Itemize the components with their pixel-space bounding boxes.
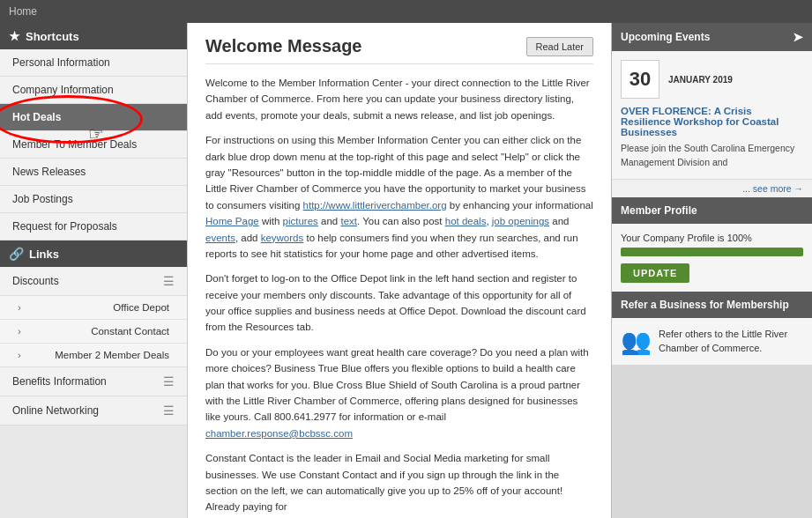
content-paragraph-3: Don't forget to log-on to the Office Dep… [205, 270, 593, 336]
shortcuts-header: ★ Shortcuts [0, 23, 187, 49]
sidebar-item-constant-contact[interactable]: Constant Contact [0, 320, 187, 344]
online-networking-label: Online Networking [12, 404, 99, 417]
member-to-member-label: Member To Member Deals [12, 138, 137, 151]
star-icon: ★ [9, 29, 20, 43]
content-paragraph-4: Do you or your employees want great heal… [205, 344, 593, 441]
content-paragraph-2: For instructions on using this Member In… [205, 132, 593, 262]
event-date-row: 30 JANUARY 2019 [621, 60, 803, 99]
sidebar-item-job-postings[interactable]: Job Postings [0, 186, 187, 213]
personal-information-label: Personal Information [12, 56, 110, 69]
content-paragraph-5: Constant Contact is the leader in Email … [205, 450, 593, 515]
sidebar-item-personal-information[interactable]: Personal Information [0, 49, 187, 77]
content-area: Welcome Message Read Later Welcome to th… [188, 23, 611, 518]
profile-label: Your Company Profile is 100% [621, 233, 803, 243]
sidebar-item-news-releases[interactable]: News Releases [0, 159, 187, 186]
hot-deals-label: Hot Deals [12, 111, 61, 123]
progress-bar-fill [621, 248, 803, 256]
sidebar-item-benefits-information[interactable]: Benefits Information ☰ [0, 367, 187, 396]
member-profile-card: Your Company Profile is 100% UPDATE [612, 224, 812, 292]
event-card: 30 JANUARY 2019 OVER FLORENCE: A Crisis … [612, 51, 812, 179]
hot-deals-wrapper: Hot Deals ☞ [0, 104, 187, 131]
keywords-link[interactable]: keywords [261, 233, 304, 243]
top-bar: Home [0, 0, 812, 23]
sidebar: ★ Shortcuts Personal Information Company… [0, 23, 188, 518]
upcoming-events-header: Upcoming Events ➤ [612, 23, 812, 51]
content-heading: Welcome Message Read Later [205, 36, 593, 64]
job-postings-label: Job Postings [12, 193, 73, 205]
sidebar-item-online-networking[interactable]: Online Networking ☰ [0, 396, 187, 426]
events-link[interactable]: events [205, 233, 235, 243]
sidebar-item-discounts[interactable]: Discounts ☰ [0, 267, 187, 296]
event-date-box: 30 [621, 60, 659, 99]
event-day: 30 [629, 68, 651, 91]
request-proposals-label: Request for Proposals [12, 220, 117, 233]
sidebar-item-hot-deals[interactable]: Hot Deals [0, 104, 187, 131]
sidebar-item-company-information[interactable]: Company Information [0, 77, 187, 104]
refer-business-label: Refer a Business for Membership [621, 299, 789, 311]
see-more-link[interactable]: ... see more → [612, 179, 812, 197]
progress-bar-background [621, 248, 803, 256]
welcome-heading-text: Welcome Message [205, 36, 362, 56]
discounts-label: Discounts [12, 275, 59, 287]
sidebar-item-member2member[interactable]: Member 2 Member Deals [0, 344, 187, 367]
refer-icon: 👥 [621, 327, 652, 356]
home-page-link[interactable]: Home Page [205, 216, 259, 226]
menu-icon-discounts: ☰ [163, 274, 175, 288]
event-title[interactable]: OVER FLORENCE: A Crisis Resilience Works… [621, 106, 803, 137]
links-label: Links [29, 248, 59, 261]
company-information-label: Company Information [12, 84, 114, 96]
benefits-information-label: Benefits Information [12, 375, 107, 388]
text-link[interactable]: text [340, 216, 357, 226]
share-icon[interactable]: ➤ [793, 30, 803, 44]
refer-business-header: Refer a Business for Membership [612, 292, 812, 318]
job-openings-link[interactable]: job openings [492, 216, 549, 226]
read-later-button[interactable]: Read Later [526, 37, 593, 56]
sidebar-item-office-depot[interactable]: Office Depot [0, 296, 187, 320]
event-month: JANUARY 2019 [668, 75, 733, 85]
pictures-link[interactable]: pictures [283, 216, 318, 226]
email-link[interactable]: chamber.response@bcbssc.com [205, 428, 353, 439]
link-icon: 🔗 [9, 247, 24, 261]
chamber-link[interactable]: http://www.littleriverchamber.org [303, 200, 447, 211]
links-header: 🔗 Links [0, 240, 187, 267]
office-depot-label: Office Depot [113, 302, 169, 313]
sidebar-item-member-to-member[interactable]: Member To Member Deals [0, 131, 187, 159]
member2member-label: Member 2 Member Deals [55, 350, 169, 360]
top-bar-title: Home [9, 5, 37, 18]
constant-contact-label: Constant Contact [91, 326, 169, 337]
member-profile-label: Member Profile [621, 204, 697, 217]
news-releases-label: News Releases [12, 166, 86, 178]
event-description: Please join the South Carolina Emergency… [621, 142, 803, 170]
menu-icon-benefits: ☰ [163, 374, 175, 388]
right-panel: Upcoming Events ➤ 30 JANUARY 2019 OVER F… [611, 23, 812, 518]
content-paragraph-1: Welcome to the Member Information Center… [205, 75, 593, 123]
refer-card: 👥 Refer others to the Little River Chamb… [612, 318, 812, 365]
sidebar-item-request-proposals[interactable]: Request for Proposals [0, 213, 187, 240]
update-profile-button[interactable]: UPDATE [621, 263, 689, 283]
upcoming-events-label: Upcoming Events [621, 31, 710, 43]
member-profile-header: Member Profile [612, 197, 812, 224]
shortcuts-label: Shortcuts [26, 30, 79, 43]
menu-icon-networking: ☰ [163, 403, 175, 418]
hot-deals-link[interactable]: hot deals [445, 216, 487, 226]
refer-text: Refer others to the Little River Chamber… [659, 327, 803, 356]
